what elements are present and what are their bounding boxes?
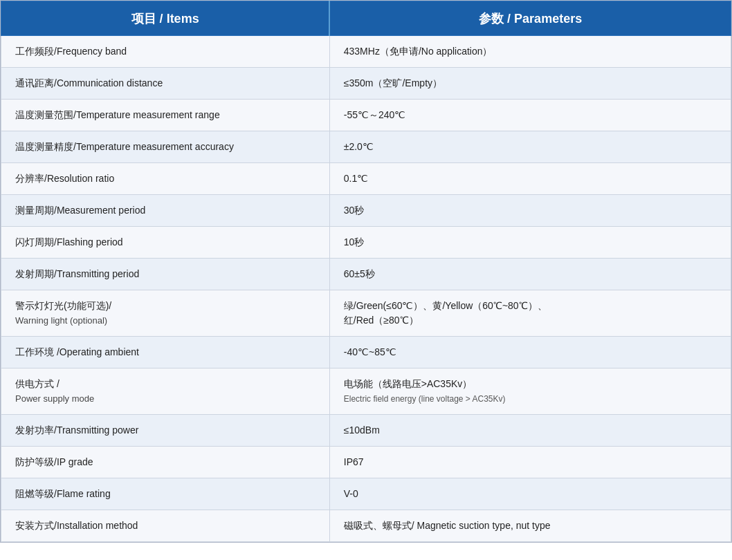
param-cell: 磁吸式、螺母式/ Magnetic suction type, nut type (329, 510, 731, 542)
table-row: 工作频段/Frequency band433MHz（免申请/No applica… (1, 36, 731, 68)
item-cell: 供电方式 /Power supply mode (1, 368, 330, 415)
header-params-en: Parameters (514, 12, 582, 26)
item-cell: 发射周期/Transmitting period (1, 259, 330, 290)
param-cell: -55℃～240℃ (329, 100, 731, 131)
table-row: 发射周期/Transmitting period60±5秒 (1, 259, 731, 290)
item-cell: 工作环境 /Operating ambient (1, 337, 330, 368)
header-params: 参数 / Parameters (329, 1, 731, 36)
header-params-sep: / (507, 12, 514, 26)
table-row: 发射功率/Transmitting power≤10dBm (1, 415, 731, 447)
item-cell: 闪灯周期/Flashing period (1, 227, 330, 259)
header-items-sep: / (160, 12, 167, 26)
param-cell: 绿/Green(≤60℃）、黄/Yellow（60℃~80℃）、红/Red（≥8… (329, 290, 731, 337)
item-cell: 通讯距离/Communication distance (1, 68, 330, 100)
table-row: 警示灯灯光(功能可选)/Warning light (optional)绿/Gr… (1, 290, 731, 337)
param-cell: V-0 (329, 478, 731, 510)
item-cell: 分辨率/Resolution ratio (1, 163, 330, 195)
param-cell: 0.1℃ (329, 163, 731, 195)
param-cell: -40℃~85℃ (329, 337, 731, 368)
item-cell: 警示灯灯光(功能可选)/Warning light (optional) (1, 290, 330, 337)
item-cell: 工作频段/Frequency band (1, 36, 330, 68)
table-row: 供电方式 /Power supply mode电场能（线路电压>AC35Kv）E… (1, 368, 731, 415)
table-row: 温度测量精度/Temperature measurement accuracy±… (1, 131, 731, 163)
param-cell: 10秒 (329, 227, 731, 259)
table-row: 阻燃等级/Flame ratingV-0 (1, 478, 731, 510)
param-cell: 30秒 (329, 195, 731, 227)
item-cell: 安装方式/Installation method (1, 510, 330, 542)
header-items: 项目 / Items (1, 1, 330, 36)
item-cell: 阻燃等级/Flame rating (1, 478, 330, 510)
table-row: 安装方式/Installation method磁吸式、螺母式/ Magneti… (1, 510, 731, 542)
item-cell: 发射功率/Transmitting power (1, 415, 330, 447)
header-items-en: Items (167, 12, 199, 26)
table-row: 闪灯周期/Flashing period10秒 (1, 227, 731, 259)
param-cell: ±2.0℃ (329, 131, 731, 163)
param-cell: ≤10dBm (329, 415, 731, 447)
table-row: 分辨率/Resolution ratio0.1℃ (1, 163, 731, 195)
param-cell: 电场能（线路电压>AC35Kv）Electric field energy (l… (329, 368, 731, 415)
item-cell: 温度测量范围/Temperature measurement range (1, 100, 330, 131)
header-items-zh: 项目 (131, 12, 156, 26)
header-params-zh: 参数 (479, 12, 504, 26)
table-row: 防护等级/IP gradeIP67 (1, 447, 731, 478)
param-cell: ≤350m（空旷/Empty） (329, 68, 731, 100)
table-row: 工作环境 /Operating ambient-40℃~85℃ (1, 337, 731, 368)
table-header: 项目 / Items 参数 / Parameters (1, 1, 731, 36)
param-cell: 60±5秒 (329, 259, 731, 290)
table-row: 测量周期/Measurement period30秒 (1, 195, 731, 227)
table-row: 通讯距离/Communication distance≤350m（空旷/Empt… (1, 68, 731, 100)
param-cell: 433MHz（免申请/No application） (329, 36, 731, 68)
item-cell: 防护等级/IP grade (1, 447, 330, 478)
item-cell: 温度测量精度/Temperature measurement accuracy (1, 131, 330, 163)
param-cell: IP67 (329, 447, 731, 478)
table-row: 温度测量范围/Temperature measurement range-55℃… (1, 100, 731, 131)
item-cell: 测量周期/Measurement period (1, 195, 330, 227)
